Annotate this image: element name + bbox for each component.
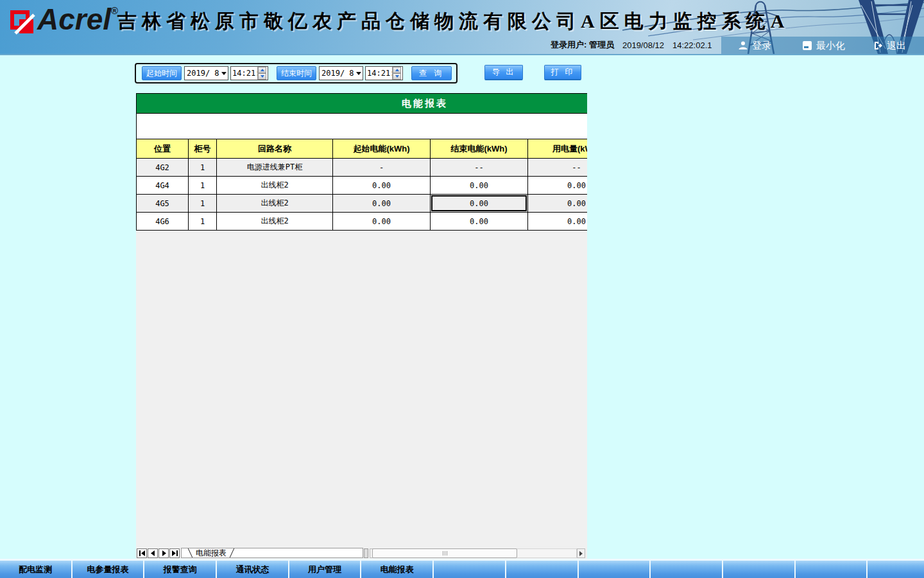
brand-name: Acrel [37,5,111,33]
login-user-label: 登录用户: 管理员 [551,39,614,51]
energy-report-table: 电能报表 位置 柜号 回路名称 起始电能(kWh) 结束电能(kWh) 用电量(… [136,93,587,231]
column-header: 柜号 [189,139,217,159]
prev-sheet-icon[interactable] [148,548,158,558]
next-sheet-icon[interactable] [158,548,169,558]
login-info: 登录用户: 管理员 2019/08/12 14:22:02.1 [551,39,712,51]
end-time-spinner[interactable]: 14:21:5 [365,66,403,80]
start-date-select[interactable]: 2019/ 8/ [184,66,228,80]
selected-cell[interactable]: 0.00 [431,195,528,213]
cell-circuit[interactable]: 出线柜2 [217,195,333,213]
column-header: 起始电能(kWh) [333,139,431,159]
minimize-icon [802,40,812,51]
start-time-label: 起始时间 [146,68,177,79]
column-header: 结束电能(kWh) [431,139,528,159]
user-icon [738,40,748,51]
menu-item-distribution-monitor[interactable]: 配电监测 [0,561,71,578]
table-row: 4G2 1 电源进线兼PT柜 - -- -- [136,159,587,177]
sheet-tab-strip: 电能报表 [136,548,587,559]
cell-end-energy[interactable]: 0.00 [431,177,528,195]
sheet-tab-energy-report[interactable]: 电能报表 [191,548,232,559]
hscroll-right-icon[interactable] [577,548,585,558]
spin-up-icon[interactable] [393,67,401,73]
query-button-label: 查 询 [419,68,444,79]
cell-usage[interactable]: 0.00 [528,195,587,213]
menu-item-energy-report[interactable]: 电能报表 [361,561,432,578]
menu-item-empty [434,561,505,578]
export-button[interactable]: 导 出 [484,65,523,80]
start-time-button[interactable]: 起始时间 [142,66,182,80]
cell-location[interactable]: 4G4 [137,177,189,195]
cell-usage[interactable]: -- [528,159,587,177]
cell-cabinet[interactable]: 1 [189,195,217,213]
spin-down-icon[interactable] [258,73,266,80]
end-time-label: 结束时间 [281,68,312,79]
spin-up-icon[interactable] [258,67,266,73]
cell-start-energy[interactable]: 0.00 [333,177,431,195]
end-time-button[interactable]: 结束时间 [277,66,316,80]
start-date-value: 2019/ 8/ [185,69,219,78]
minimize-button-label: 最小化 [816,40,845,52]
menu-item-empty [579,561,650,578]
report-title: 电能报表 [136,93,587,114]
cell-cabinet[interactable]: 1 [189,213,217,231]
menu-item-empty [651,561,722,578]
report-panel: 电能报表 位置 柜号 回路名称 起始电能(kWh) 结束电能(kWh) 用电量(… [136,93,587,548]
app-header: Acrel ® 吉林省松原市敬亿农产品仓储物流有限公司A区电力监控系统A 登录用… [0,0,924,55]
cell-start-energy[interactable]: 0.00 [333,213,431,231]
menu-item-comm-status[interactable]: 通讯状态 [217,561,288,578]
first-sheet-icon[interactable] [137,548,147,558]
cell-circuit[interactable]: 出线柜2 [217,213,333,231]
current-time: 14:22:02.1 [672,40,712,50]
cell-end-energy[interactable]: 0.00 [431,213,528,231]
cell-circuit[interactable]: 出线柜2 [217,177,333,195]
query-toolbar: 起始时间 2019/ 8/ 14:21:5 结束时间 2019/ 8/ 14:2… [135,63,458,83]
cell-cabinet[interactable]: 1 [189,177,217,195]
last-sheet-icon[interactable] [169,548,180,558]
spin-down-icon[interactable] [393,73,401,80]
start-time-value: 14:21:5 [231,67,257,80]
cell-start-energy[interactable]: - [333,159,431,177]
end-date-select[interactable]: 2019/ 8/ [319,66,363,80]
exit-button[interactable]: 退出 [873,38,906,53]
menu-item-empty [506,561,578,578]
cell-location[interactable]: 4G5 [137,195,189,213]
cell-usage[interactable]: 0.00 [528,177,587,195]
bottom-menu-bar: 配电监测 电参量报表 报警查询 通讯状态 用户管理 电能报表 [0,559,924,578]
current-date: 2019/08/12 [622,40,664,50]
sheet-nav-buttons [137,548,180,558]
table-row: 4G5 1 出线柜2 0.00 0.00 0.00 [136,195,587,213]
end-time-value: 14:21:5 [366,67,392,80]
column-header: 用电量(kWh) [528,139,587,159]
cell-usage[interactable]: 0.00 [528,213,587,231]
menu-item-empty [723,561,794,578]
login-button[interactable]: 登录 [738,38,771,53]
cell-cabinet[interactable]: 1 [189,159,217,177]
print-button-label: 打 印 [551,67,574,78]
menu-item-user-management[interactable]: 用户管理 [289,561,361,578]
column-header: 回路名称 [217,139,333,159]
cell-end-energy[interactable]: -- [431,159,528,177]
report-blank-row [136,114,587,139]
chevron-down-icon[interactable] [354,72,363,75]
menu-item-alarm-query[interactable]: 报警查询 [144,561,216,578]
sheet-tab-area: 电能报表 [181,548,363,558]
chevron-down-icon[interactable] [219,72,228,75]
acrel-logo: Acrel ® [8,5,118,36]
query-button[interactable]: 查 询 [411,66,452,80]
tab-scroll-splitter[interactable] [364,548,368,558]
screen: Acrel ® 吉林省松原市敬亿农产品仓储物流有限公司A区电力监控系统A 登录用… [0,0,924,578]
column-header: 位置 [137,139,189,159]
cell-circuit[interactable]: 电源进线兼PT柜 [217,159,333,177]
table-row: 4G6 1 出线柜2 0.00 0.00 0.00 [136,213,587,231]
acrel-logo-icon [8,8,37,36]
menu-item-empty [796,561,867,578]
menu-item-empty [868,561,924,578]
start-time-spinner[interactable]: 14:21:5 [230,66,268,80]
print-button[interactable]: 打 印 [544,65,581,80]
minimize-button[interactable]: 最小化 [802,38,845,53]
menu-item-parameter-report[interactable]: 电参量报表 [73,561,144,578]
hscrollbar-thumb[interactable] [372,548,517,558]
cell-location[interactable]: 4G2 [137,159,189,177]
cell-start-energy[interactable]: 0.00 [333,195,431,213]
cell-location[interactable]: 4G6 [137,213,189,231]
